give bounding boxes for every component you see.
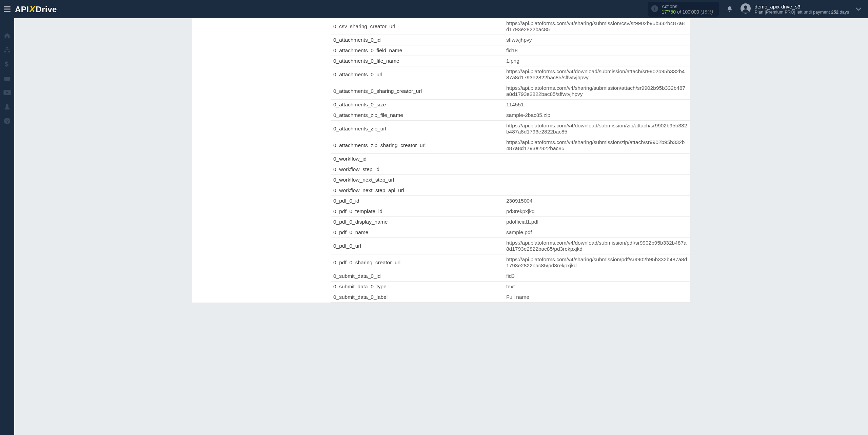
row-key: 0_submit_data_0_id xyxy=(331,271,504,282)
row-key: 0_pdf_0_display_name xyxy=(331,217,504,227)
table-row: 0_attachments_0_idsffwtvjhpvy xyxy=(331,35,690,45)
row-value xyxy=(504,175,690,185)
table-row: 0_workflow_next_step_url xyxy=(331,175,690,185)
sidebar-help[interactable]: ? xyxy=(0,114,14,128)
sidebar: $ ? xyxy=(0,18,14,435)
sidebar-briefcase[interactable] xyxy=(0,71,14,85)
row-value: sample-2bac85.zip xyxy=(504,110,690,121)
table-row: 0_pdf_0_urlhttps://api.platoforms.com/v4… xyxy=(331,238,690,254)
hamburger-icon xyxy=(4,6,11,12)
actions-of: of xyxy=(677,9,681,15)
content-area: 0_csv_sharing_creator_urlhttps://api.pla… xyxy=(14,18,868,435)
actions-pct: (18%) xyxy=(701,9,713,15)
sidebar-youtube[interactable] xyxy=(0,85,14,100)
svg-point-7 xyxy=(744,5,747,9)
table-row: 0_pdf_0_display_namepdofficial1.pdf xyxy=(331,217,690,227)
table-row: 0_attachments_zip_sharing_creator_urlhtt… xyxy=(331,137,690,154)
home-icon xyxy=(4,32,11,39)
sidebar-home[interactable] xyxy=(0,28,14,43)
plan-days: 252 xyxy=(831,9,839,15)
logo[interactable]: APIXDrive xyxy=(15,4,57,15)
sidebar-integrations[interactable] xyxy=(0,43,14,57)
logo-drive: Drive xyxy=(36,5,57,14)
svg-rect-13 xyxy=(6,76,8,77)
svg-rect-12 xyxy=(4,77,10,81)
avatar-icon xyxy=(741,3,751,15)
user-icon xyxy=(4,103,11,110)
row-value: 1.png xyxy=(504,56,690,66)
table-row: 0_attachments_0_file_name1.png xyxy=(331,56,690,66)
row-value: pd3rekpxjkd xyxy=(504,206,690,217)
logo-api: API xyxy=(15,5,29,14)
row-key: 0_attachments_zip_sharing_creator_url xyxy=(331,137,504,154)
row-key: 0_attachments_0_size xyxy=(331,100,504,110)
youtube-icon xyxy=(3,90,11,95)
row-key: 0_pdf_0_template_id xyxy=(331,206,504,217)
table-row: 0_workflow_id xyxy=(331,154,690,164)
row-value: 230915004 xyxy=(504,196,690,206)
actions-label: Actions: xyxy=(662,4,714,9)
table-row: 0_attachments_zip_file_namesample-2bac85… xyxy=(331,110,690,121)
row-value: https://api.platoforms.com/v4/download/s… xyxy=(504,66,690,83)
data-panel: 0_csv_sharing_creator_urlhttps://api.pla… xyxy=(192,18,690,303)
svg-rect-2 xyxy=(4,11,11,12)
bell-icon xyxy=(726,5,733,13)
row-key: 0_csv_sharing_creator_url xyxy=(331,18,504,35)
svg-rect-8 xyxy=(6,47,8,48)
row-value: 114551 xyxy=(504,100,690,110)
svg-text:$: $ xyxy=(5,61,8,67)
plan-prefix: Plan |Premium PRO| left until payment xyxy=(755,9,831,15)
row-value xyxy=(504,164,690,175)
app-header: APIXDrive Actions: 17'750 of 100'000 (18… xyxy=(0,0,868,18)
row-key: 0_workflow_step_id xyxy=(331,164,504,175)
table-row: 0_pdf_0_template_idpd3rekpxjkd xyxy=(331,206,690,217)
notifications-button[interactable] xyxy=(726,5,733,13)
svg-rect-10 xyxy=(8,51,10,52)
table-row: 0_submit_data_0_idfid3 xyxy=(331,271,690,282)
row-value: fid18 xyxy=(504,45,690,56)
user-menu[interactable]: demo_apix-drive_s3 Plan |Premium PRO| le… xyxy=(741,3,849,15)
row-key: 0_workflow_next_step_url xyxy=(331,175,504,185)
dollar-icon: $ xyxy=(5,61,9,67)
actions-values: 17'750 of 100'000 (18%) xyxy=(662,9,714,15)
row-key: 0_workflow_id xyxy=(331,154,504,164)
sidebar-profile[interactable] xyxy=(0,100,14,114)
row-value: https://api.platoforms.com/v4/download/s… xyxy=(504,238,690,254)
row-value: sample.pdf xyxy=(504,227,690,238)
user-name: demo_apix-drive_s3 xyxy=(755,4,849,9)
row-value: https://api.platoforms.com/v4/sharing/su… xyxy=(504,254,690,271)
table-row: 0_pdf_0_sharing_creator_urlhttps://api.p… xyxy=(331,254,690,271)
row-value: text xyxy=(504,282,690,292)
row-key: 0_attachments_0_sharing_creator_url xyxy=(331,83,504,100)
sitemap-icon xyxy=(4,46,11,53)
table-row: 0_workflow_next_step_api_url xyxy=(331,185,690,196)
row-value: https://api.platoforms.com/v4/sharing/su… xyxy=(504,137,690,154)
hamburger-menu[interactable] xyxy=(0,0,14,18)
user-menu-caret[interactable] xyxy=(849,6,861,12)
table-row: 0_attachments_zip_urlhttps://api.platofo… xyxy=(331,121,690,137)
row-value: https://api.platoforms.com/v4/download/s… xyxy=(504,121,690,137)
row-value: fid3 xyxy=(504,271,690,282)
row-key: 0_attachments_0_file_name xyxy=(331,56,504,66)
svg-rect-0 xyxy=(4,6,11,7)
row-key: 0_attachments_0_id xyxy=(331,35,504,45)
row-value: https://api.platoforms.com/v4/sharing/su… xyxy=(504,18,690,35)
sidebar-billing[interactable]: $ xyxy=(0,57,14,71)
svg-rect-5 xyxy=(654,8,655,11)
row-value: sffwtvjhpvy xyxy=(504,35,690,45)
row-value: Full name xyxy=(504,292,690,303)
svg-point-4 xyxy=(654,6,655,7)
table-row: 0_pdf_0_namesample.pdf xyxy=(331,227,690,238)
row-key: 0_pdf_0_id xyxy=(331,196,504,206)
row-key: 0_attachments_0_url xyxy=(331,66,504,83)
actions-usage-box[interactable]: Actions: 17'750 of 100'000 (18%) xyxy=(648,2,719,17)
row-value xyxy=(504,154,690,164)
table-row: 0_csv_sharing_creator_urlhttps://api.pla… xyxy=(331,18,690,35)
plan-suffix: days xyxy=(839,9,849,15)
row-value: pdofficial1.pdf xyxy=(504,217,690,227)
row-key: 0_attachments_0_field_name xyxy=(331,45,504,56)
row-key: 0_workflow_next_step_api_url xyxy=(331,185,504,196)
svg-rect-9 xyxy=(4,51,6,52)
row-key: 0_submit_data_0_type xyxy=(331,282,504,292)
data-table: 0_csv_sharing_creator_urlhttps://api.pla… xyxy=(331,18,690,303)
